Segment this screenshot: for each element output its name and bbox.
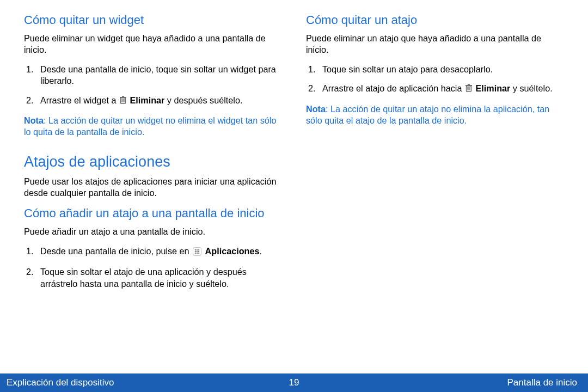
page-number: 19	[289, 377, 299, 388]
step-text: y suéltelo.	[510, 83, 552, 93]
paragraph: Puede usar los atajos de aplicaciones pa…	[24, 176, 282, 199]
step-text: Arrastre el widget a	[40, 95, 119, 105]
trash-icon	[119, 96, 127, 107]
step-2: Arrastre el widget a Eliminar y después …	[36, 95, 282, 107]
svg-point-8	[197, 249, 198, 250]
svg-point-13	[195, 252, 197, 254]
note-label: Nota	[24, 115, 44, 125]
heading-app-shortcuts: Atajos de aplicaciones	[24, 154, 282, 170]
footer-right: Pantalla de inicio	[507, 377, 577, 388]
apps-icon	[193, 247, 201, 259]
note-text: : La acción de quitar un widget no elimi…	[24, 115, 276, 137]
svg-point-12	[198, 250, 200, 252]
content-columns: Cómo quitar un widget Puede eliminar un …	[0, 0, 588, 373]
svg-rect-17	[465, 85, 472, 86]
step-2: Arrastre el atajo de aplicación hacia El…	[318, 83, 564, 95]
heading-remove-widget: Cómo quitar un widget	[24, 13, 282, 27]
step-text: .	[259, 246, 262, 256]
svg-point-15	[198, 252, 200, 254]
paragraph: Puede añadir un atajo a una pantalla de …	[24, 226, 282, 237]
svg-point-11	[197, 250, 198, 252]
note-text: : La acción de quitar un atajo no elimin…	[306, 104, 549, 125]
trash-icon	[465, 84, 473, 95]
step-bold: Aplicaciones	[205, 246, 260, 256]
step-1: Desde una pantalla de inicio, toque sin …	[36, 64, 282, 87]
left-column: Cómo quitar un widget Puede eliminar un …	[24, 13, 282, 373]
note-remove-shortcut: Nota: La acción de quitar un atajo no el…	[306, 103, 564, 127]
steps-remove-widget: Desde una pantalla de inicio, toque sin …	[24, 64, 282, 107]
svg-point-10	[195, 250, 197, 252]
svg-rect-18	[468, 84, 470, 85]
svg-rect-1	[120, 97, 126, 98]
step-1: Desde una pantalla de inicio, pulse en A…	[36, 246, 282, 259]
steps-add-shortcut: Desde una pantalla de inicio, pulse en A…	[24, 246, 282, 290]
note-label: Nota	[306, 104, 326, 114]
footer-bar: Explicación del dispositivo 19 Pantalla …	[0, 373, 588, 392]
note-remove-widget: Nota: La acción de quitar un widget no e…	[24, 115, 282, 138]
svg-point-14	[197, 252, 198, 254]
steps-remove-shortcut: Toque sin soltar un atajo para desacopla…	[306, 64, 564, 96]
step-bold: Eliminar	[473, 83, 510, 93]
step-text: Arrastre el atajo de aplicación hacia	[322, 83, 464, 93]
heading-add-shortcut: Cómo añadir un atajo a una pantalla de i…	[24, 206, 282, 220]
step-text: y después suéltelo.	[164, 95, 242, 105]
step-text: Desde una pantalla de inicio, pulse en	[40, 246, 192, 256]
footer-left: Explicación del dispositivo	[7, 377, 114, 388]
step-bold: Eliminar	[127, 95, 164, 105]
step-2: Toque sin soltar el atajo de una aplicac…	[36, 266, 282, 290]
right-column: Cómo quitar un atajo Puede eliminar un a…	[306, 13, 564, 373]
paragraph: Puede eliminar un widget que haya añadid…	[24, 33, 282, 56]
svg-rect-2	[122, 96, 124, 97]
paragraph: Puede eliminar un atajo que haya añadido…	[306, 33, 564, 56]
svg-point-7	[195, 249, 197, 250]
heading-remove-shortcut: Cómo quitar un atajo	[306, 13, 564, 27]
svg-point-9	[198, 249, 200, 250]
step-1: Toque sin soltar un atajo para desacopla…	[318, 64, 564, 75]
manual-page: Cómo quitar un widget Puede eliminar un …	[0, 0, 588, 392]
